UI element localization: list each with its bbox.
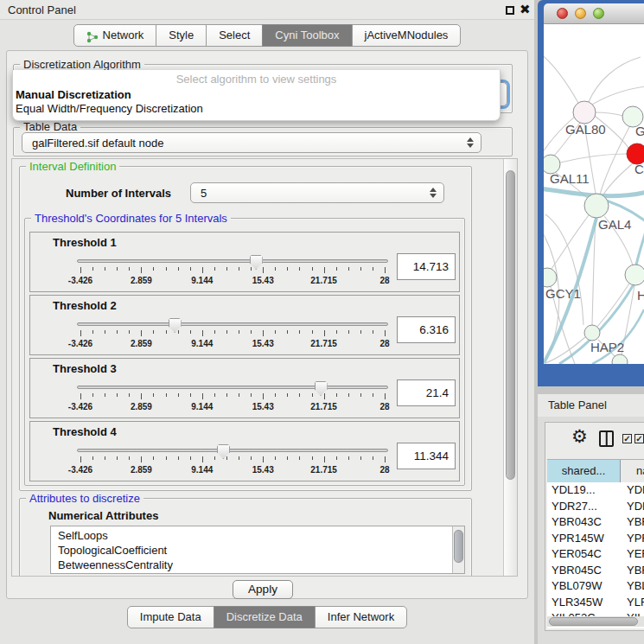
table-row[interactable]: YLR345WYLR345W	[547, 595, 644, 611]
control-panel-titlebar[interactable]: Control Panel ✖	[0, 0, 534, 20]
list-scrollbar-thumb[interactable]	[454, 530, 463, 563]
threshold-value-field[interactable]: 11.344	[397, 443, 456, 469]
threshold-value-field[interactable]: 6.316	[397, 316, 456, 343]
cell-name[interactable]: YDR27...	[621, 499, 644, 515]
close-icon[interactable]: ✖	[520, 2, 531, 17]
table-row[interactable]: YBL079WYBL079W	[547, 578, 644, 595]
threshold-slider[interactable]: -3.4262.8599.14415.4321.71528	[77, 255, 388, 291]
cell-shared-name[interactable]: YLR345W	[547, 595, 621, 611]
network-window-titlebar[interactable]	[544, 3, 644, 24]
tab-discretize-data[interactable]: Discretize Data	[214, 606, 316, 628]
slider-track[interactable]	[77, 322, 388, 326]
table-row[interactable]: YBR043CYBR043C	[547, 514, 644, 531]
columns-icon[interactable]	[599, 430, 614, 447]
combo-arrows-icon	[430, 188, 437, 198]
tab-infer-network[interactable]: Infer Network	[315, 606, 407, 628]
attribute-list-item[interactable]: SelfLoops	[58, 529, 108, 542]
minimize-traffic-light-icon[interactable]	[575, 8, 586, 19]
table-row[interactable]: YDL19...YDL19...	[547, 482, 644, 499]
apply-button[interactable]: Apply	[233, 580, 293, 599]
algorithm-option[interactable]: Manual Discretization	[16, 88, 131, 101]
network-node-label: GAL11	[550, 171, 590, 186]
network-edge[interactable]	[589, 57, 641, 102]
tab-select[interactable]: Select	[206, 24, 263, 47]
cell-shared-name[interactable]: YDL19...	[547, 482, 621, 499]
cell-shared-name[interactable]: YDR27...	[547, 499, 621, 515]
settings-scrollbar[interactable]	[503, 159, 517, 576]
network-node-gal4[interactable]	[584, 194, 609, 218]
tick-label: 2.859	[117, 276, 165, 285]
network-node-gal80[interactable]	[573, 101, 596, 124]
tab-style[interactable]: Style	[156, 24, 207, 47]
table-horizontal-scrollbar[interactable]	[547, 616, 644, 627]
network-node-gcy1[interactable]	[544, 268, 557, 287]
tick-mark	[92, 393, 93, 397]
threshold-slider[interactable]: -3.4262.8599.14415.4321.71528	[77, 318, 388, 354]
table-hscrollbar-thumb[interactable]	[549, 617, 638, 626]
cell-shared-name[interactable]: YBR043C	[547, 514, 621, 531]
network-svg[interactable]: GAL80GACYGAL11GAL4GCY1HAHAP2	[544, 24, 644, 364]
tick-mark	[117, 330, 118, 334]
numerical-attributes-list[interactable]: SelfLoopsTopologicalCoefficientBetweenne…	[50, 526, 465, 574]
table-row[interactable]: YBR045CYBR045C	[547, 563, 644, 579]
gear-icon[interactable]: ⚙	[571, 426, 588, 447]
network-canvas[interactable]: GAL80GACYGAL11GAL4GCY1HAHAP2	[544, 24, 644, 364]
table-row[interactable]: YER054CYER054C	[547, 546, 644, 563]
close-traffic-light-icon[interactable]	[557, 8, 568, 19]
cell-name[interactable]: YBR045C	[621, 563, 644, 579]
slider-track[interactable]	[77, 386, 388, 389]
cell-name[interactable]: YPR145W	[621, 531, 644, 547]
float-window-icon[interactable]	[506, 6, 514, 15]
table-header-name[interactable]: name	[621, 460, 644, 482]
cell-name[interactable]: YDL19...	[621, 482, 644, 499]
cell-shared-name[interactable]: YBL079W	[547, 578, 621, 595]
tick-mark	[275, 330, 276, 334]
network-edge[interactable]	[636, 232, 644, 265]
cell-name[interactable]: YLR345W	[621, 595, 644, 611]
tick-mark	[166, 393, 167, 397]
cell-name[interactable]: YBR043C	[621, 514, 644, 531]
cell-name[interactable]: YER054C	[621, 546, 644, 563]
settings-scrollbar-thumb[interactable]	[506, 170, 515, 480]
slider-track[interactable]	[77, 259, 388, 263]
threshold-slider[interactable]: -3.4262.8599.14415.4321.71528	[77, 444, 388, 481]
number-of-intervals-combobox[interactable]: 5	[190, 182, 444, 203]
network-edge[interactable]	[596, 112, 623, 116]
tick-mark	[190, 330, 191, 334]
table-row[interactable]: YPR145WYPR145W	[547, 531, 644, 547]
cell-shared-name[interactable]: YPR145W	[547, 531, 621, 547]
table-row[interactable]: YDR27...YDR27...	[547, 499, 644, 515]
zoom-traffic-light-icon[interactable]	[593, 8, 604, 19]
network-edge[interactable]	[560, 154, 627, 163]
attribute-list-item[interactable]: TopologicalCoefficient	[58, 544, 167, 557]
slider-track[interactable]	[77, 449, 388, 452]
tick-mark	[190, 393, 191, 397]
tab-impute-data[interactable]: Impute Data	[127, 606, 214, 628]
threshold-value-field[interactable]: 14.713	[397, 253, 456, 280]
threshold-slider[interactable]: -3.4262.8599.14415.4321.71528	[77, 381, 388, 418]
cell-shared-name[interactable]: YER054C	[547, 546, 621, 563]
network-edge[interactable]	[603, 163, 633, 196]
network-edge[interactable]	[544, 54, 578, 103]
tab-network[interactable]: Network	[73, 24, 157, 47]
checkbox-icon[interactable]: ✓	[622, 434, 632, 443]
checkbox-icon[interactable]: ✓	[634, 434, 644, 443]
tick-label: 21.715	[300, 402, 348, 411]
table-panel-titlebar[interactable]: Table Panel	[538, 394, 644, 417]
network-edge[interactable]	[597, 284, 629, 327]
attribute-list-item[interactable]: BetweennessCentrality	[58, 558, 173, 571]
node-table[interactable]: shared... name YDL19...YDL19...YDR27...Y…	[547, 459, 644, 628]
threshold-value-field[interactable]: 21.4	[397, 379, 456, 406]
cell-shared-name[interactable]: YBR045C	[547, 563, 621, 579]
table-data-combobox[interactable]: galFiltered.sif default node	[22, 132, 481, 153]
algorithm-option[interactable]: Equal Width/Frequency Discretization	[16, 102, 203, 115]
tick-mark	[190, 456, 191, 460]
threshold-label: Threshold 4	[53, 425, 117, 438]
cell-name[interactable]: YBL079W	[621, 578, 644, 595]
table-header-shared[interactable]: shared...	[547, 460, 621, 482]
network-node-ha[interactable]	[625, 265, 644, 285]
tab-cyni-toolbox[interactable]: Cyni Toolbox	[262, 24, 352, 47]
network-node-hap2[interactable]	[584, 325, 600, 341]
tab-jactivemnodules[interactable]: jActiveMNodules	[352, 24, 462, 47]
list-scrollbar[interactable]	[452, 526, 464, 573]
